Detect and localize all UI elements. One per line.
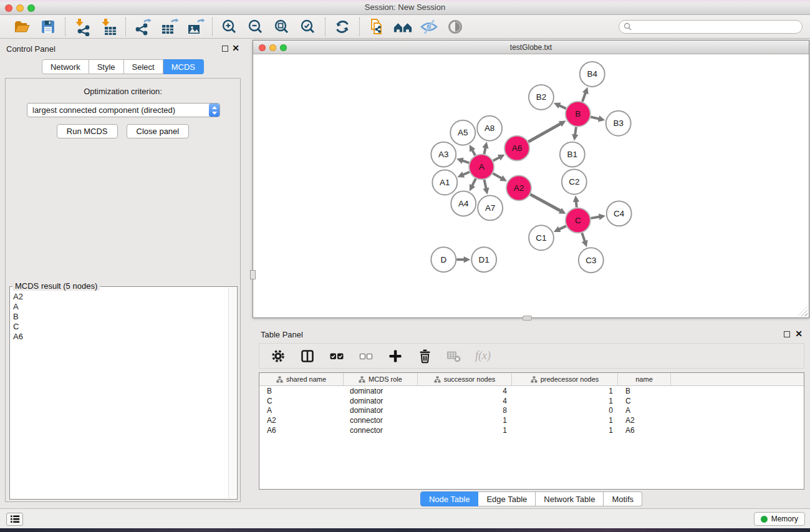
memory-button[interactable]: Memory bbox=[754, 512, 805, 526]
tab-network-table[interactable]: Network Table bbox=[536, 491, 604, 506]
import-table-button[interactable] bbox=[99, 17, 118, 37]
graph-edge-A-A7[interactable] bbox=[485, 180, 486, 189]
select-all-columns-button[interactable] bbox=[329, 348, 345, 364]
graph-node-D1[interactable]: D1 bbox=[471, 247, 496, 272]
tab-node-table[interactable]: Node Table bbox=[420, 491, 479, 506]
tab-style[interactable]: Style bbox=[89, 59, 124, 74]
close-panel-icon[interactable]: ✕ bbox=[795, 329, 803, 339]
graph-node-A3[interactable]: A3 bbox=[431, 142, 456, 167]
graph-node-A5[interactable]: A5 bbox=[450, 120, 475, 145]
open-file-button[interactable] bbox=[12, 17, 32, 37]
graph-node-B2[interactable]: B2 bbox=[529, 85, 554, 110]
table-settings-button[interactable] bbox=[270, 348, 286, 364]
column-header-predecessor-nodes[interactable]: predecessor nodes bbox=[512, 373, 618, 385]
zoom-window-button[interactable] bbox=[27, 4, 35, 12]
close-network-button[interactable] bbox=[259, 44, 266, 51]
graph-node-C4[interactable]: C4 bbox=[607, 201, 632, 226]
first-neighbors-button[interactable] bbox=[393, 17, 413, 37]
table-row[interactable]: Adominator80A bbox=[259, 406, 804, 416]
graph-edge-A-A4[interactable] bbox=[472, 178, 476, 186]
network-canvas[interactable]: AA1A2A3A4A5A6A7A8BB1B2B3B4CC1C2C3C4DD1 bbox=[254, 55, 808, 317]
graph-node-A8[interactable]: A8 bbox=[477, 116, 502, 141]
deselect-all-columns-button[interactable] bbox=[358, 348, 374, 364]
export-network-button[interactable] bbox=[133, 17, 153, 37]
table-row[interactable]: A2connector11A2 bbox=[259, 415, 804, 425]
graph-edge-A-A2[interactable] bbox=[493, 173, 501, 178]
column-header-shared-name[interactable]: shared name bbox=[259, 373, 344, 385]
add-column-button[interactable] bbox=[387, 348, 403, 364]
search-input[interactable] bbox=[635, 22, 798, 31]
graph-edge-C-C4[interactable] bbox=[591, 217, 599, 218]
graph-node-A[interactable]: A bbox=[469, 155, 494, 180]
tab-mcds[interactable]: MCDS bbox=[163, 59, 204, 74]
graph-edge-A6-B[interactable] bbox=[528, 123, 561, 142]
minimize-network-button[interactable] bbox=[269, 44, 276, 51]
export-table-button[interactable] bbox=[159, 17, 179, 37]
task-history-button[interactable] bbox=[6, 513, 23, 526]
tab-motifs[interactable]: Motifs bbox=[604, 491, 642, 506]
graph-edge-A-A1[interactable] bbox=[463, 172, 470, 175]
delete-column-button[interactable] bbox=[417, 348, 433, 364]
mcds-result-item[interactable]: A6 bbox=[11, 332, 227, 342]
window-left-grip[interactable] bbox=[250, 270, 256, 279]
zoom-selected-button[interactable] bbox=[298, 17, 318, 37]
graph-node-A4[interactable]: A4 bbox=[451, 191, 476, 216]
hide-details-button[interactable] bbox=[419, 17, 439, 37]
table-row[interactable]: Cdominator41C bbox=[259, 396, 804, 406]
graph-edge-C-C1[interactable] bbox=[559, 226, 566, 229]
show-details-button[interactable] bbox=[445, 17, 465, 37]
export-image-button[interactable] bbox=[185, 17, 205, 37]
column-header-name[interactable]: name bbox=[618, 373, 671, 385]
save-session-button[interactable] bbox=[38, 17, 58, 37]
graph-node-A7[interactable]: A7 bbox=[478, 195, 503, 220]
zoom-in-button[interactable] bbox=[219, 17, 239, 37]
zoom-out-button[interactable] bbox=[246, 17, 266, 37]
search-box[interactable] bbox=[619, 20, 803, 34]
graph-node-C3[interactable]: C3 bbox=[579, 248, 604, 273]
graph-node-C[interactable]: C bbox=[566, 208, 591, 233]
split-divider-grip[interactable] bbox=[523, 316, 532, 321]
graph-edge-C-C3[interactable] bbox=[582, 233, 585, 241]
graph-edge-A-A5[interactable] bbox=[472, 150, 475, 155]
mcds-result-item[interactable]: B bbox=[11, 312, 227, 322]
tab-select[interactable]: Select bbox=[124, 59, 163, 74]
graph-edge-B-B1[interactable] bbox=[575, 127, 576, 135]
duplicate-network-button[interactable] bbox=[367, 17, 387, 37]
refresh-button[interactable] bbox=[332, 17, 352, 37]
graph-node-A2[interactable]: A2 bbox=[506, 176, 531, 201]
close-window-button[interactable] bbox=[5, 4, 12, 12]
graph-edge-A2-C[interactable] bbox=[530, 195, 561, 211]
column-header-successor-nodes[interactable]: successor nodes bbox=[418, 373, 512, 385]
zoom-fit-button[interactable] bbox=[272, 17, 292, 37]
minimize-window-button[interactable] bbox=[16, 4, 24, 12]
graph-node-C1[interactable]: C1 bbox=[529, 225, 554, 250]
graph-edge-A-A6[interactable] bbox=[493, 157, 499, 160]
table-row[interactable]: A6connector11A6 bbox=[259, 425, 804, 435]
show-columns-button[interactable] bbox=[299, 348, 316, 364]
graph-edge-B-B2[interactable] bbox=[559, 105, 566, 109]
graph-edge-A-A3[interactable] bbox=[462, 160, 469, 163]
import-network-button[interactable] bbox=[72, 17, 92, 37]
table-row[interactable]: Bdominator41B bbox=[259, 386, 804, 396]
graph-node-A1[interactable]: A1 bbox=[432, 170, 457, 195]
column-header-MCDS-role[interactable]: MCDS role bbox=[344, 373, 418, 385]
close-panel-icon[interactable]: ✕ bbox=[232, 43, 239, 53]
graph-edge-B-B3[interactable] bbox=[591, 117, 599, 118]
result-scrollbar[interactable] bbox=[228, 288, 236, 498]
graph-node-B1[interactable]: B1 bbox=[560, 142, 585, 167]
float-panel-icon[interactable] bbox=[222, 46, 228, 52]
run-mcds-button[interactable]: Run MCDS bbox=[57, 124, 118, 138]
tab-edge-table[interactable]: Edge Table bbox=[478, 491, 536, 506]
mcds-result-item[interactable]: C bbox=[11, 322, 227, 332]
graph-node-B4[interactable]: B4 bbox=[580, 62, 605, 87]
close-panel-button[interactable]: Close panel bbox=[127, 124, 190, 138]
tab-network[interactable]: Network bbox=[42, 59, 89, 74]
criterion-dropdown[interactable]: largest connected component (directed) bbox=[27, 103, 220, 117]
graph-edge-A-A8[interactable] bbox=[484, 147, 485, 154]
float-panel-icon[interactable] bbox=[784, 331, 790, 337]
mcds-result-item[interactable]: A bbox=[11, 302, 227, 312]
graph-node-C2[interactable]: C2 bbox=[562, 170, 587, 195]
graph-node-D[interactable]: D bbox=[431, 247, 456, 272]
graph-node-B3[interactable]: B3 bbox=[606, 111, 631, 136]
graph-edge-B-B4[interactable] bbox=[582, 92, 586, 102]
